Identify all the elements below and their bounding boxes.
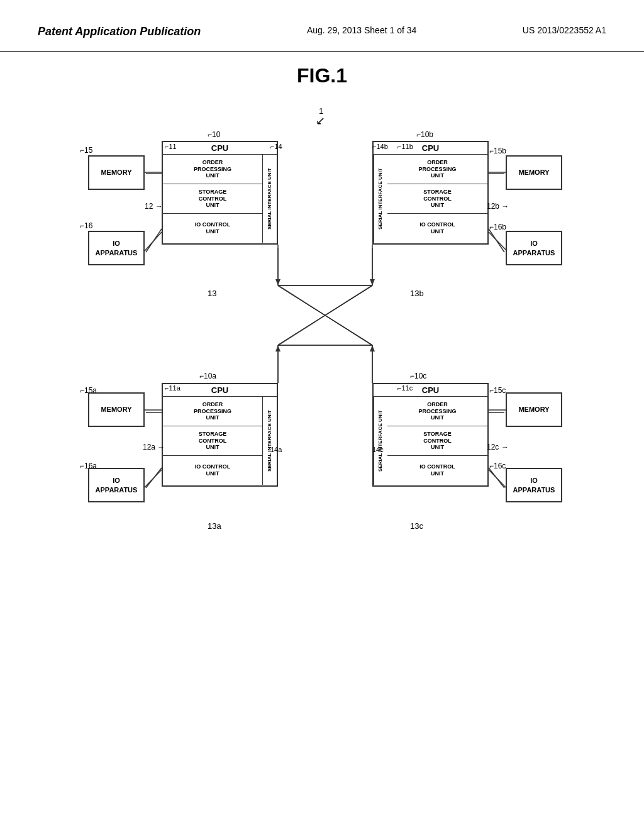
svg-line-11: [489, 229, 504, 252]
ref-14a: 14a: [270, 446, 282, 453]
ref-13b: 13b: [410, 289, 424, 298]
serial-unit-tr: SERIAL INTERFACE UNIT: [374, 155, 387, 243]
svg-line-21: [145, 470, 162, 487]
ref-11b: ⌐11b: [397, 143, 413, 150]
memory-box-br: MEMORY: [506, 392, 562, 427]
io-box-tr: IOAPPARATUS: [506, 231, 562, 265]
ref-13a: 13a: [208, 521, 221, 531]
ref-14: ⌐14: [270, 143, 282, 150]
svg-marker-32: [275, 279, 280, 285]
io-box-bl: IOAPPARATUS: [88, 468, 145, 502]
ref-13: 13: [208, 289, 216, 298]
memory-box-tr: MEMORY: [506, 155, 562, 190]
cpu-top-left-label: CPU: [163, 142, 277, 155]
ref-15: ⌐15: [80, 146, 92, 155]
ref-16c-label: ⌐16c: [489, 462, 506, 470]
ref-12b: 12b →: [487, 202, 509, 211]
ref-12c: 12c →: [487, 443, 509, 451]
svg-marker-35: [370, 345, 375, 351]
ref-15b-label: ⌐15b: [489, 147, 506, 155]
svg-line-5: [278, 285, 372, 345]
svg-line-15: [489, 468, 504, 488]
svg-marker-34: [275, 345, 280, 351]
ref-15c-label: ⌐15c: [489, 386, 506, 395]
cpu-box-bot-right: CPU SERIAL INTERFACE UNIT ORDERPROCESSIN…: [372, 383, 489, 487]
io-ctrl-unit-bl: IO CONTROLUNIT: [163, 456, 262, 485]
sheet-info: Aug. 29, 2013 Sheet 1 of 34: [307, 25, 416, 35]
cpu-box-top-left: CPU ORDERPROCESSINGUNIT STORAGECONTROLUN…: [162, 141, 278, 245]
ref-16b-label: ⌐16b: [489, 223, 506, 231]
figure-title: FIG.1: [0, 64, 644, 87]
svg-line-28: [278, 285, 372, 345]
serial-unit-bl: SERIAL INTERFACE UNIT: [263, 397, 277, 485]
io-ctrl-unit-tr: IO CONTROLUNIT: [387, 214, 487, 243]
ref-10: ⌐10: [208, 130, 220, 139]
ref-11: ⌐11: [165, 143, 177, 150]
storage-ctrl-unit-br: STORAGECONTROLUNIT: [387, 426, 487, 456]
ref-11a: ⌐11a: [165, 384, 180, 392]
svg-line-9: [146, 229, 162, 252]
io-ctrl-unit-tl: IO CONTROLUNIT: [163, 214, 262, 243]
svg-marker-33: [370, 279, 375, 285]
cpu-top-right-label: CPU: [374, 142, 487, 155]
page-header: Patent Application Publication Aug. 29, …: [0, 0, 644, 52]
publication-title: Patent Application Publication: [38, 25, 201, 38]
io-ctrl-unit-br: IO CONTROLUNIT: [387, 456, 487, 485]
serial-unit-tl: SERIAL INTERFACE UNIT: [263, 155, 277, 243]
ref-14b: ⌐14b: [372, 143, 388, 150]
ref-10b: ⌐10b: [416, 130, 433, 139]
storage-ctrl-unit-tl: STORAGECONTROLUNIT: [163, 184, 262, 214]
ref-14c: 14c: [372, 446, 384, 453]
cpu-bot-right-label: CPU: [374, 384, 487, 397]
memory-box-tl: MEMORY: [88, 155, 145, 190]
svg-line-17: [145, 232, 162, 251]
ref-10c: ⌐10c: [410, 372, 426, 380]
ref-11c: ⌐11c: [397, 384, 413, 392]
storage-ctrl-unit-tr: STORAGECONTROLUNIT: [387, 184, 487, 214]
io-box-tl: IOAPPARATUS: [88, 231, 145, 265]
cpu-box-bot-left: CPU ORDERPROCESSINGUNIT STORAGECONTROLUN…: [162, 383, 278, 487]
order-proc-unit-br: ORDERPROCESSINGUNIT: [387, 397, 487, 426]
svg-line-29: [278, 285, 372, 345]
svg-line-23: [489, 470, 506, 487]
ref-16: ⌐16: [80, 221, 92, 230]
ref-12: 12 →: [145, 202, 163, 211]
storage-ctrl-unit-bl: STORAGECONTROLUNIT: [163, 426, 262, 456]
page: Patent Application Publication Aug. 29, …: [0, 0, 644, 830]
svg-line-19: [489, 232, 506, 250]
top-arrow: ↙: [316, 114, 325, 128]
order-proc-unit-tl: ORDERPROCESSINGUNIT: [163, 155, 262, 184]
ref-10a: ⌐10a: [199, 372, 216, 380]
diagram-area: 1 ↙: [39, 106, 605, 641]
ref-12a: 12a →: [143, 443, 165, 451]
io-box-br: IOAPPARATUS: [506, 468, 562, 502]
order-proc-unit-bl: ORDERPROCESSINGUNIT: [163, 397, 262, 426]
serial-unit-br: SERIAL INTERFACE UNIT: [374, 397, 387, 485]
ref-13c: 13c: [410, 521, 423, 531]
cpu-box-top-right: CPU SERIAL INTERFACE UNIT ORDERPROCESSIN…: [372, 141, 489, 245]
svg-line-13: [146, 468, 162, 488]
memory-box-bl: MEMORY: [88, 392, 145, 427]
order-proc-unit-tr: ORDERPROCESSINGUNIT: [387, 155, 487, 184]
svg-line-4: [278, 285, 372, 345]
patent-number: US 2013/0223552 A1: [523, 25, 606, 35]
